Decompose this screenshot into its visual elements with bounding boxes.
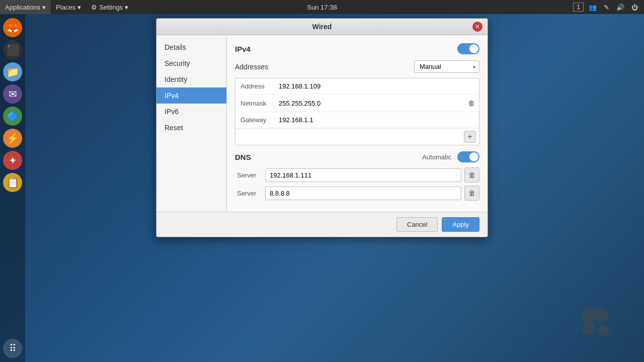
desktop: Applications ▾ Places ▾ ⚙ Settings ▾ Sun… xyxy=(0,0,644,362)
dns-auto-toggle[interactable] xyxy=(457,151,479,162)
nav-panel: Details Security Identity IPv4 IPv6 xyxy=(156,35,227,212)
volume-icon[interactable]: 🔊 xyxy=(614,4,626,11)
dns-auto-row: Automatic xyxy=(422,151,479,162)
gateway-field-row: Gateway xyxy=(235,112,479,128)
server1-label: Server xyxy=(235,171,265,179)
address-label: Address xyxy=(235,79,276,93)
datetime-display: Sun 17:38 xyxy=(307,4,337,11)
nav-item-details[interactable]: Details xyxy=(156,39,226,55)
workspace-indicator[interactable]: 1 xyxy=(573,3,584,12)
netmask-input[interactable] xyxy=(276,97,464,110)
addresses-method-select[interactable]: Manual Automatic (DHCP) Link-Local Only … xyxy=(414,60,479,73)
server2-delete-button[interactable]: 🗑 xyxy=(464,186,479,201)
addresses-label: Addresses xyxy=(235,63,268,71)
dialog-footer: Cancel Apply xyxy=(156,212,488,237)
netmask-label: Netmask xyxy=(235,97,276,110)
nav-item-ipv6[interactable]: IPv6 xyxy=(156,104,226,120)
nav-item-reset[interactable]: Reset xyxy=(156,120,226,136)
cancel-button[interactable]: Cancel xyxy=(396,217,438,232)
server2-input[interactable] xyxy=(265,187,461,200)
netmask-field-row: Netmask 🗑 xyxy=(235,95,479,112)
topbar: Applications ▾ Places ▾ ⚙ Settings ▾ Sun… xyxy=(0,0,644,14)
users-icon[interactable]: 👥 xyxy=(587,4,599,11)
gateway-input[interactable] xyxy=(276,113,479,127)
server1-input[interactable] xyxy=(265,168,461,182)
add-address-row: + xyxy=(235,128,479,145)
apps-menu[interactable]: Applications ▾ xyxy=(0,0,51,14)
dialog-overlay: Wired ✕ Details Security Identity xyxy=(0,14,644,362)
places-label: Places xyxy=(56,4,75,11)
ipv4-title: IPv4 xyxy=(235,45,251,53)
addresses-row: Addresses Manual Automatic (DHCP) Link-L… xyxy=(235,60,479,73)
places-arrow-icon: ▾ xyxy=(77,4,81,11)
nav-item-ipv4[interactable]: IPv4 xyxy=(156,87,226,104)
dns-auto-label: Automatic xyxy=(422,153,451,161)
apps-arrow-icon: ▾ xyxy=(42,4,46,11)
ipv4-toggle[interactable] xyxy=(457,43,479,54)
server1-row: Server 🗑 xyxy=(235,167,479,183)
nav-item-identity[interactable]: Identity xyxy=(156,71,226,87)
screenshot-icon[interactable]: ✎ xyxy=(602,4,611,11)
nav-item-security[interactable]: Security xyxy=(156,55,226,71)
topbar-left: Applications ▾ Places ▾ ⚙ Settings ▾ xyxy=(0,0,133,14)
address-input[interactable] xyxy=(276,79,479,93)
settings-label: Settings xyxy=(99,4,123,11)
wired-dialog: Wired ✕ Details Security Identity xyxy=(156,18,488,237)
dns-title: DNS xyxy=(235,153,251,161)
apply-button[interactable]: Apply xyxy=(442,217,479,232)
dialog-body: Details Security Identity IPv4 IPv6 xyxy=(156,35,488,212)
server1-delete-button[interactable]: 🗑 xyxy=(464,167,479,183)
settings-menu[interactable]: ⚙ Settings ▾ xyxy=(86,0,133,14)
address-fields-box: Address Netmask 🗑 Gateway xyxy=(235,78,479,145)
places-menu[interactable]: Places ▾ xyxy=(51,0,86,14)
dialog-title: Wired xyxy=(172,23,472,31)
settings-gear-icon: ⚙ xyxy=(91,4,97,11)
dns-section-header: DNS Automatic xyxy=(235,151,479,162)
power-icon[interactable]: ⏻ xyxy=(629,4,640,11)
dialog-close-button[interactable]: ✕ xyxy=(472,22,482,32)
apps-label: Applications xyxy=(5,4,40,11)
server2-row: Server 🗑 xyxy=(235,186,479,201)
ipv4-section-header: IPv4 xyxy=(235,43,479,54)
settings-arrow-icon: ▾ xyxy=(125,4,128,11)
netmask-delete-button[interactable]: 🗑 xyxy=(464,96,479,111)
address-field-row: Address xyxy=(235,78,479,95)
gateway-label: Gateway xyxy=(235,113,276,127)
server2-label: Server xyxy=(235,190,265,197)
add-address-button[interactable]: + xyxy=(464,131,476,143)
dialog-titlebar: Wired ✕ xyxy=(156,19,488,35)
content-panel: IPv4 Addresses Manual Automatic (DHCP) L… xyxy=(227,35,488,212)
addresses-method-wrapper: Manual Automatic (DHCP) Link-Local Only … xyxy=(414,60,479,73)
topbar-right: 1 👥 ✎ 🔊 ⏻ xyxy=(573,3,644,12)
